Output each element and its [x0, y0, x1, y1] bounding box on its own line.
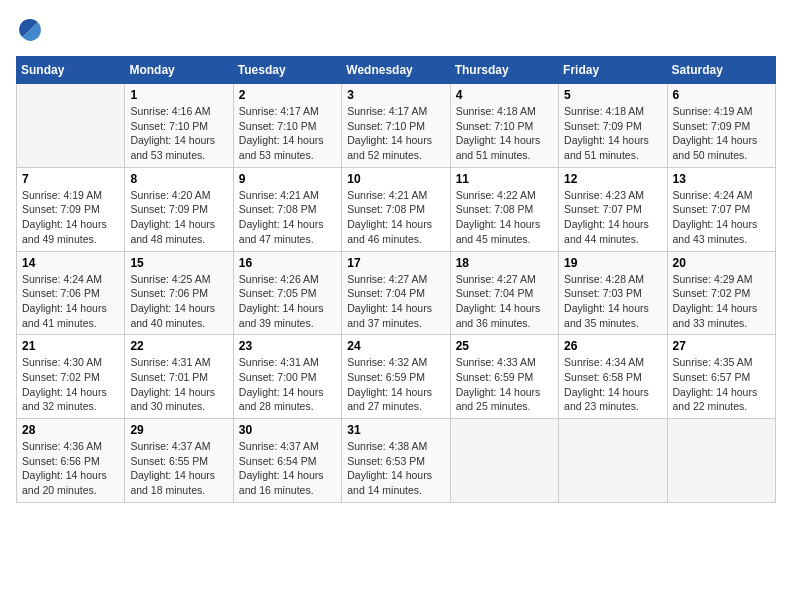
calendar-cell-w2d0: 14Sunrise: 4:24 AM Sunset: 7:06 PM Dayli… — [17, 251, 125, 335]
calendar-cell-w4d3: 31Sunrise: 4:38 AM Sunset: 6:53 PM Dayli… — [342, 419, 450, 503]
calendar-cell-w0d3: 3Sunrise: 4:17 AM Sunset: 7:10 PM Daylig… — [342, 84, 450, 168]
day-info: Sunrise: 4:17 AM Sunset: 7:10 PM Dayligh… — [239, 104, 336, 163]
day-info: Sunrise: 4:17 AM Sunset: 7:10 PM Dayligh… — [347, 104, 444, 163]
day-number: 20 — [673, 256, 770, 270]
day-info: Sunrise: 4:37 AM Sunset: 6:54 PM Dayligh… — [239, 439, 336, 498]
weekday-header-friday: Friday — [559, 57, 667, 84]
calendar-cell-w2d2: 16Sunrise: 4:26 AM Sunset: 7:05 PM Dayli… — [233, 251, 341, 335]
day-info: Sunrise: 4:31 AM Sunset: 7:00 PM Dayligh… — [239, 355, 336, 414]
day-info: Sunrise: 4:33 AM Sunset: 6:59 PM Dayligh… — [456, 355, 553, 414]
day-info: Sunrise: 4:29 AM Sunset: 7:02 PM Dayligh… — [673, 272, 770, 331]
day-number: 31 — [347, 423, 444, 437]
calendar-cell-w0d4: 4Sunrise: 4:18 AM Sunset: 7:10 PM Daylig… — [450, 84, 558, 168]
day-number: 6 — [673, 88, 770, 102]
calendar-cell-w4d1: 29Sunrise: 4:37 AM Sunset: 6:55 PM Dayli… — [125, 419, 233, 503]
weekday-header-saturday: Saturday — [667, 57, 775, 84]
day-number: 28 — [22, 423, 119, 437]
calendar-cell-w2d4: 18Sunrise: 4:27 AM Sunset: 7:04 PM Dayli… — [450, 251, 558, 335]
calendar-cell-w3d3: 24Sunrise: 4:32 AM Sunset: 6:59 PM Dayli… — [342, 335, 450, 419]
day-number: 3 — [347, 88, 444, 102]
day-info: Sunrise: 4:24 AM Sunset: 7:06 PM Dayligh… — [22, 272, 119, 331]
day-info: Sunrise: 4:22 AM Sunset: 7:08 PM Dayligh… — [456, 188, 553, 247]
day-number: 18 — [456, 256, 553, 270]
weekday-header-tuesday: Tuesday — [233, 57, 341, 84]
day-info: Sunrise: 4:27 AM Sunset: 7:04 PM Dayligh… — [347, 272, 444, 331]
day-number: 30 — [239, 423, 336, 437]
day-number: 8 — [130, 172, 227, 186]
day-info: Sunrise: 4:34 AM Sunset: 6:58 PM Dayligh… — [564, 355, 661, 414]
calendar-cell-w3d5: 26Sunrise: 4:34 AM Sunset: 6:58 PM Dayli… — [559, 335, 667, 419]
day-info: Sunrise: 4:31 AM Sunset: 7:01 PM Dayligh… — [130, 355, 227, 414]
calendar-cell-w3d2: 23Sunrise: 4:31 AM Sunset: 7:00 PM Dayli… — [233, 335, 341, 419]
day-info: Sunrise: 4:28 AM Sunset: 7:03 PM Dayligh… — [564, 272, 661, 331]
weekday-header-monday: Monday — [125, 57, 233, 84]
calendar-cell-w4d2: 30Sunrise: 4:37 AM Sunset: 6:54 PM Dayli… — [233, 419, 341, 503]
day-info: Sunrise: 4:23 AM Sunset: 7:07 PM Dayligh… — [564, 188, 661, 247]
day-info: Sunrise: 4:21 AM Sunset: 7:08 PM Dayligh… — [239, 188, 336, 247]
day-number: 17 — [347, 256, 444, 270]
day-number: 16 — [239, 256, 336, 270]
day-info: Sunrise: 4:38 AM Sunset: 6:53 PM Dayligh… — [347, 439, 444, 498]
calendar-cell-w3d1: 22Sunrise: 4:31 AM Sunset: 7:01 PM Dayli… — [125, 335, 233, 419]
day-number: 26 — [564, 339, 661, 353]
calendar-cell-w0d5: 5Sunrise: 4:18 AM Sunset: 7:09 PM Daylig… — [559, 84, 667, 168]
day-info: Sunrise: 4:30 AM Sunset: 7:02 PM Dayligh… — [22, 355, 119, 414]
calendar-cell-w4d5 — [559, 419, 667, 503]
calendar-cell-w2d3: 17Sunrise: 4:27 AM Sunset: 7:04 PM Dayli… — [342, 251, 450, 335]
day-info: Sunrise: 4:19 AM Sunset: 7:09 PM Dayligh… — [22, 188, 119, 247]
header — [16, 16, 776, 44]
day-info: Sunrise: 4:16 AM Sunset: 7:10 PM Dayligh… — [130, 104, 227, 163]
day-number: 22 — [130, 339, 227, 353]
day-number: 21 — [22, 339, 119, 353]
calendar-cell-w2d5: 19Sunrise: 4:28 AM Sunset: 7:03 PM Dayli… — [559, 251, 667, 335]
calendar-cell-w4d6 — [667, 419, 775, 503]
calendar-cell-w1d2: 9Sunrise: 4:21 AM Sunset: 7:08 PM Daylig… — [233, 167, 341, 251]
day-info: Sunrise: 4:37 AM Sunset: 6:55 PM Dayligh… — [130, 439, 227, 498]
calendar-cell-w4d0: 28Sunrise: 4:36 AM Sunset: 6:56 PM Dayli… — [17, 419, 125, 503]
calendar-table: SundayMondayTuesdayWednesdayThursdayFrid… — [16, 56, 776, 503]
day-number: 9 — [239, 172, 336, 186]
calendar-cell-w2d1: 15Sunrise: 4:25 AM Sunset: 7:06 PM Dayli… — [125, 251, 233, 335]
day-number: 2 — [239, 88, 336, 102]
calendar-cell-w0d1: 1Sunrise: 4:16 AM Sunset: 7:10 PM Daylig… — [125, 84, 233, 168]
day-number: 27 — [673, 339, 770, 353]
calendar-cell-w1d0: 7Sunrise: 4:19 AM Sunset: 7:09 PM Daylig… — [17, 167, 125, 251]
calendar-cell-w0d2: 2Sunrise: 4:17 AM Sunset: 7:10 PM Daylig… — [233, 84, 341, 168]
calendar-cell-w3d0: 21Sunrise: 4:30 AM Sunset: 7:02 PM Dayli… — [17, 335, 125, 419]
day-info: Sunrise: 4:24 AM Sunset: 7:07 PM Dayligh… — [673, 188, 770, 247]
day-number: 24 — [347, 339, 444, 353]
day-number: 14 — [22, 256, 119, 270]
day-number: 25 — [456, 339, 553, 353]
calendar-cell-w2d6: 20Sunrise: 4:29 AM Sunset: 7:02 PM Dayli… — [667, 251, 775, 335]
day-info: Sunrise: 4:20 AM Sunset: 7:09 PM Dayligh… — [130, 188, 227, 247]
day-number: 12 — [564, 172, 661, 186]
logo-icon — [16, 16, 44, 44]
calendar-cell-w1d4: 11Sunrise: 4:22 AM Sunset: 7:08 PM Dayli… — [450, 167, 558, 251]
day-number: 13 — [673, 172, 770, 186]
day-number: 15 — [130, 256, 227, 270]
calendar-cell-w3d6: 27Sunrise: 4:35 AM Sunset: 6:57 PM Dayli… — [667, 335, 775, 419]
calendar-cell-w4d4 — [450, 419, 558, 503]
weekday-header-thursday: Thursday — [450, 57, 558, 84]
day-info: Sunrise: 4:25 AM Sunset: 7:06 PM Dayligh… — [130, 272, 227, 331]
day-number: 5 — [564, 88, 661, 102]
calendar-cell-w0d0 — [17, 84, 125, 168]
weekday-header-sunday: Sunday — [17, 57, 125, 84]
logo — [16, 16, 48, 44]
day-info: Sunrise: 4:36 AM Sunset: 6:56 PM Dayligh… — [22, 439, 119, 498]
day-info: Sunrise: 4:21 AM Sunset: 7:08 PM Dayligh… — [347, 188, 444, 247]
day-info: Sunrise: 4:18 AM Sunset: 7:09 PM Dayligh… — [564, 104, 661, 163]
day-info: Sunrise: 4:27 AM Sunset: 7:04 PM Dayligh… — [456, 272, 553, 331]
day-number: 11 — [456, 172, 553, 186]
day-info: Sunrise: 4:32 AM Sunset: 6:59 PM Dayligh… — [347, 355, 444, 414]
day-info: Sunrise: 4:18 AM Sunset: 7:10 PM Dayligh… — [456, 104, 553, 163]
calendar-cell-w1d3: 10Sunrise: 4:21 AM Sunset: 7:08 PM Dayli… — [342, 167, 450, 251]
weekday-header-wednesday: Wednesday — [342, 57, 450, 84]
day-number: 23 — [239, 339, 336, 353]
day-info: Sunrise: 4:19 AM Sunset: 7:09 PM Dayligh… — [673, 104, 770, 163]
calendar-cell-w3d4: 25Sunrise: 4:33 AM Sunset: 6:59 PM Dayli… — [450, 335, 558, 419]
day-number: 10 — [347, 172, 444, 186]
day-number: 29 — [130, 423, 227, 437]
day-info: Sunrise: 4:26 AM Sunset: 7:05 PM Dayligh… — [239, 272, 336, 331]
day-number: 7 — [22, 172, 119, 186]
